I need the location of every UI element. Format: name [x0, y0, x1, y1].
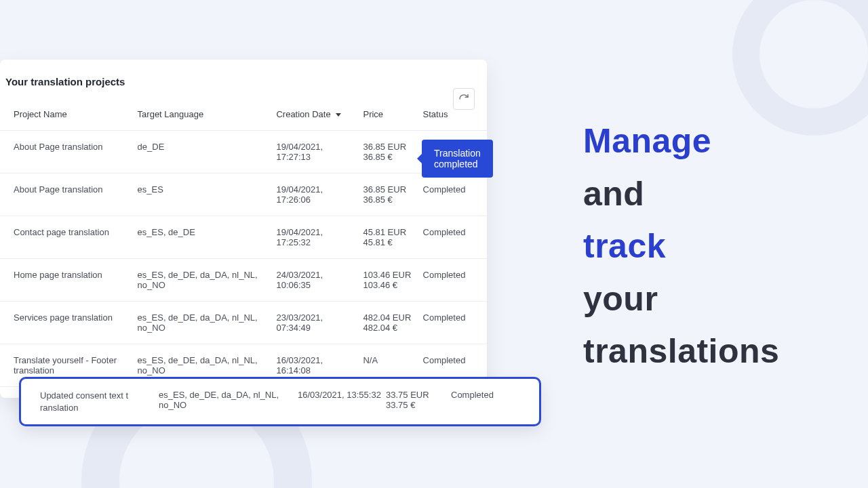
headline-word-5: translations	[583, 332, 779, 370]
cell-status: Completed	[418, 216, 487, 259]
refresh-button[interactable]	[453, 88, 475, 110]
cell-language: es_ES, de_DE, da_DA, nl_NL, no_NO	[159, 390, 298, 410]
cell-language: de_DE	[132, 131, 271, 174]
cell-status: Completed	[418, 259, 487, 302]
cell-project: Contact page translation	[0, 216, 132, 259]
cell-language: es_ES, de_DE, da_DA, nl_NL, no_NO	[132, 302, 271, 344]
cell-price: 45.81 EUR 45.81 €	[357, 216, 417, 259]
cell-project: About Page translation	[0, 174, 132, 216]
cell-date: 16/03/2021, 13:55:32	[298, 390, 386, 400]
cell-status: Completed	[418, 302, 487, 344]
price-primary: N/A	[363, 355, 378, 365]
translation-completed-badge: Translation completed	[422, 140, 493, 178]
headline-word-2: and	[583, 175, 644, 213]
cell-date: 19/04/2021, 17:25:32	[271, 216, 357, 259]
cell-price: 36.85 EUR 36.85 €	[357, 131, 417, 174]
cell-language: es_ES	[132, 174, 271, 216]
cell-date: 19/04/2021, 17:27:13	[271, 131, 357, 174]
cell-language: es_ES, de_DE, da_DA, nl_NL, no_NO	[132, 259, 271, 302]
price-secondary: 482.04 €	[363, 323, 412, 333]
projects-panel: Your translation projects Project Name T…	[0, 60, 487, 398]
table-header-row: Project Name Target Language Creation Da…	[0, 102, 487, 131]
marketing-headline: Manage and track your translations	[583, 115, 779, 378]
cell-date: 24/03/2021, 10:06:35	[271, 259, 357, 302]
cell-project: Home page translation	[0, 259, 132, 302]
cell-price: 36.85 EUR 36.85 €	[357, 174, 417, 216]
refresh-icon	[458, 94, 469, 104]
cell-language: es_ES, de_DE	[132, 216, 271, 259]
cell-project: Services page translation	[0, 302, 132, 344]
table-row[interactable]: About Page translation es_ES 19/04/2021,…	[0, 174, 487, 216]
price-primary: 36.85 EUR	[363, 142, 406, 152]
cell-date: 23/03/2021, 07:34:49	[271, 302, 357, 344]
table-row[interactable]: Home page translation es_ES, de_DE, da_D…	[0, 259, 487, 302]
th-status[interactable]: Status	[418, 102, 487, 131]
cell-date: 19/04/2021, 17:26:06	[271, 174, 357, 216]
price-secondary: 36.85 €	[363, 152, 412, 162]
cell-price: 482.04 EUR 482.04 €	[357, 302, 417, 344]
cell-price: 33.75 EUR 33.75 €	[386, 390, 451, 410]
table-row[interactable]: About Page translation de_DE 19/04/2021,…	[0, 131, 487, 174]
th-language[interactable]: Target Language	[132, 102, 271, 131]
cell-status: Completed	[418, 174, 487, 216]
price-primary: 103.46 EUR	[363, 270, 411, 280]
price-primary: 33.75 EUR	[386, 390, 429, 400]
price-secondary: 36.85 €	[363, 195, 412, 205]
price-primary: 45.81 EUR	[363, 227, 406, 237]
th-price[interactable]: Price	[357, 102, 417, 131]
cell-status: Completed	[451, 390, 505, 400]
headline-word-1: Manage	[583, 122, 711, 160]
price-secondary: 103.46 €	[363, 280, 412, 290]
price-secondary: 45.81 €	[363, 237, 412, 247]
th-date[interactable]: Creation Date	[271, 102, 357, 131]
th-project[interactable]: Project Name	[0, 102, 132, 131]
table-row[interactable]: Services page translation es_ES, de_DE, …	[0, 302, 487, 344]
cell-project: Updated consent text t ranslation	[40, 390, 159, 413]
price-secondary: 33.75 €	[386, 400, 451, 410]
headline-word-4: your	[583, 280, 658, 318]
cell-project: About Page translation	[0, 131, 132, 174]
price-primary: 36.85 EUR	[363, 184, 406, 195]
panel-title: Your translation projects	[0, 76, 487, 102]
price-primary: 482.04 EUR	[363, 312, 411, 323]
highlighted-project-row[interactable]: Updated consent text t ranslation es_ES,…	[19, 377, 541, 426]
cell-price: 103.46 EUR 103.46 €	[357, 259, 417, 302]
sort-desc-icon	[336, 113, 341, 117]
th-date-label: Creation Date	[276, 109, 330, 119]
table-row[interactable]: Contact page translation es_ES, de_DE 19…	[0, 216, 487, 259]
headline-word-3: track	[583, 227, 666, 265]
badge-text: Translation completed	[434, 148, 481, 169]
projects-table: Project Name Target Language Creation Da…	[0, 102, 487, 387]
